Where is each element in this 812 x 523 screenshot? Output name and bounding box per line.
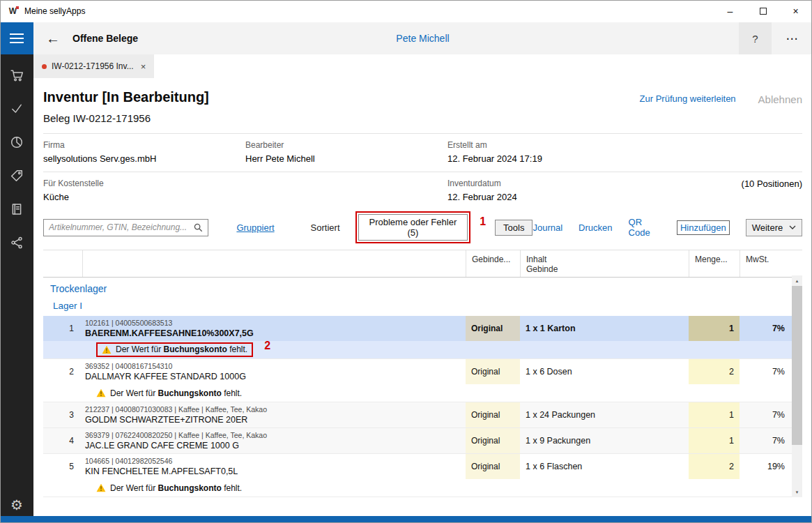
- scrollbar-thumb[interactable]: [792, 286, 802, 445]
- search-box[interactable]: [43, 219, 208, 236]
- mwst-cell: 7%: [740, 359, 792, 384]
- qr-code-link[interactable]: QR Code: [629, 217, 661, 238]
- warning-text: Der Wert für Buchungskonto fehlt.: [110, 388, 242, 398]
- inhalt-cell: 1 x 6 Dosen: [520, 359, 689, 384]
- bearbeiter-value: Herr Pete Michell: [245, 153, 447, 164]
- annotation-box-1: Probleme oder Fehler (5): [355, 211, 471, 243]
- field-row-1: Firma sellysolutions Serv.ges.mbH Bearbe…: [43, 133, 802, 172]
- warning-row: Der Wert für Buchungskonto fehlt. 2: [43, 341, 792, 358]
- accent-footer-bar: [0, 516, 812, 523]
- positions-count: (10 Positionen): [742, 179, 802, 189]
- warning-text: Der Wert für Buchungskonto fehlt.: [110, 483, 242, 493]
- sidebar-item-tasks[interactable]: [0, 92, 33, 126]
- reject-link[interactable]: Ablehnen: [758, 93, 802, 105]
- search-input[interactable]: [49, 222, 194, 232]
- sidebar-item-cart[interactable]: [0, 59, 33, 92]
- back-arrow-icon[interactable]: ←: [46, 31, 60, 45]
- sidebar-item-prices[interactable]: [0, 159, 33, 192]
- minimize-button[interactable]: –: [714, 0, 746, 22]
- warning-icon: [102, 345, 112, 354]
- gebinde-cell: Original: [466, 359, 520, 384]
- table-scrollbar[interactable]: ▲ ▼: [792, 275, 802, 497]
- article-name: GOLDM SCHWARZTEE+ZITRONE 20ER: [85, 415, 460, 425]
- sidebar-item-ledger[interactable]: [0, 192, 33, 226]
- article-codes: 102161 | 04005500683513: [85, 319, 460, 327]
- table-row[interactable]: 2 369352 | 04008167154310 DALLMAYR KAFFE…: [43, 359, 792, 384]
- tab-inventur[interactable]: IW-0212-171956 Inv... ×: [33, 54, 154, 78]
- window-title: Meine sellyApps: [24, 6, 85, 16]
- gebinde-cell: Original: [466, 402, 520, 427]
- gruppiert-link[interactable]: Gruppiert: [236, 222, 274, 233]
- positions-table: Gebinde... InhaltGebinde Menge... MwSt. …: [43, 250, 802, 497]
- tab-strip: IW-0212-171956 Inv... ×: [33, 54, 812, 78]
- document-title: Inventur [In Bearbeitung]: [43, 89, 209, 105]
- hinzufuegen-link[interactable]: Hinzufügen: [677, 220, 730, 235]
- article-codes: 104665 | 04012982052546: [85, 457, 460, 465]
- table-row[interactable]: 5 104665 | 04012982052546 KIN FENCHELTEE…: [43, 454, 792, 479]
- more-options-button[interactable]: ⋯: [772, 22, 812, 54]
- inhalt-cell: 1 x 9 Packungen: [520, 428, 689, 453]
- close-button[interactable]: ×: [779, 0, 812, 22]
- gear-icon: ⚙: [10, 497, 23, 513]
- cart-icon: [10, 69, 23, 82]
- hamburger-menu-button[interactable]: [0, 22, 33, 54]
- maximize-icon: [760, 8, 767, 15]
- inventurdatum-value: 12. Februar 2024: [447, 192, 517, 202]
- warning-icon: [96, 388, 106, 397]
- scroll-down-icon[interactable]: ▼: [792, 487, 802, 497]
- problems-errors-button[interactable]: Probleme oder Fehler (5): [358, 214, 468, 241]
- header-gebinde: Gebinde...: [466, 250, 520, 277]
- menge-cell[interactable]: 2: [689, 359, 740, 384]
- gebinde-cell: Original: [466, 316, 520, 341]
- warning-row: Der Wert für Buchungskonto fehlt.: [43, 479, 792, 497]
- gebinde-cell: Original: [466, 428, 520, 453]
- header-menge: Menge...: [689, 250, 740, 277]
- hamburger-icon: [10, 33, 24, 35]
- group-trockenlager[interactable]: Trockenlager: [43, 278, 792, 298]
- inventurdatum-label: Inventurdatum: [447, 179, 517, 188]
- inhalt-cell: 1 x 1 Karton: [520, 316, 689, 341]
- annotation-number-2: 2: [264, 340, 270, 352]
- document-number: Beleg IW-0212-171956: [43, 112, 802, 124]
- journal-link[interactable]: Journal: [533, 222, 562, 233]
- current-user[interactable]: Pete Michell: [396, 33, 449, 44]
- menge-cell[interactable]: 2: [689, 454, 740, 479]
- tab-close-icon[interactable]: ×: [141, 62, 146, 71]
- tools-button[interactable]: Tools: [495, 220, 533, 236]
- row-number: 5: [43, 454, 82, 479]
- scroll-up-icon[interactable]: ▲: [792, 275, 802, 286]
- sidebar: ⚙: [0, 22, 33, 523]
- row-number: 4: [43, 428, 82, 453]
- drucken-link[interactable]: Drucken: [579, 222, 612, 233]
- chevron-down-icon: [789, 225, 796, 229]
- group-lager-1[interactable]: Lager I: [43, 298, 792, 316]
- maximize-button[interactable]: [746, 0, 779, 22]
- help-button[interactable]: ?: [739, 22, 772, 54]
- table-header: Gebinde... InhaltGebinde Menge... MwSt.: [43, 250, 792, 278]
- warning-icon: [96, 483, 106, 492]
- article-codes: 369379 | 07622400820250 | Kaffee | Kaffe…: [85, 431, 460, 439]
- menge-cell[interactable]: 1: [689, 316, 740, 341]
- menge-cell[interactable]: 1: [689, 428, 740, 453]
- app-header: ← Offene Belege Pete Michell ? ⋯: [33, 22, 812, 54]
- tag-icon: [10, 169, 23, 182]
- table-row[interactable]: 1 102161 | 04005500683513 BAERENM.KAFFEE…: [43, 316, 792, 341]
- sortiert-link[interactable]: Sortiert: [311, 222, 340, 233]
- kostenstelle-label: Für Kostenstelle: [43, 179, 245, 188]
- tab-label: IW-0212-171956 Inv...: [52, 61, 134, 71]
- menge-cell[interactable]: 1: [689, 402, 740, 427]
- weitere-dropdown-button[interactable]: Weitere: [746, 219, 802, 236]
- sidebar-item-reports[interactable]: [0, 126, 33, 159]
- settings-button[interactable]: ⚙: [10, 498, 23, 512]
- table-row[interactable]: 4 369379 | 07622400820250 | Kaffee | Kaf…: [43, 428, 792, 453]
- forward-for-review-link[interactable]: Zur Prüfung weiterleiten: [640, 93, 736, 105]
- row-number: 3: [43, 402, 82, 427]
- share-network-icon: [10, 236, 23, 249]
- sidebar-item-share[interactable]: [0, 226, 33, 259]
- header-inhalt-gebinde: InhaltGebinde: [520, 250, 689, 277]
- inhalt-cell: 1 x 24 Packungen: [520, 402, 689, 427]
- article-codes: 212237 | 04008071030083 | Kaffee | Kaffe…: [85, 405, 460, 414]
- warning-text: Der Wert für Buchungskonto fehlt.: [116, 344, 247, 354]
- row-number: 1: [43, 316, 82, 341]
- table-row[interactable]: 3 212237 | 04008071030083 | Kaffee | Kaf…: [43, 402, 792, 427]
